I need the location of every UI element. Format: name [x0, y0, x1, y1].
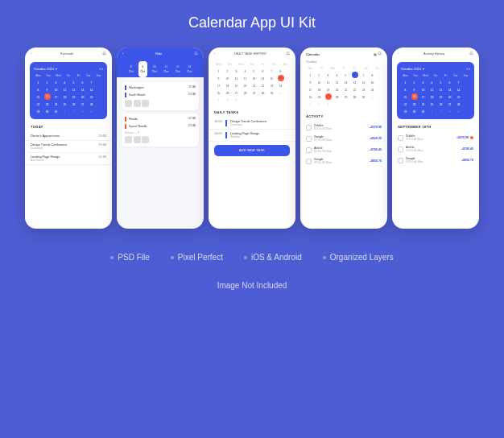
bell-icon[interactable] [378, 52, 382, 56]
calendar-day[interactable]: 1 [306, 72, 315, 79]
calendar-day[interactable]: 5 [250, 68, 258, 75]
calendar-day[interactable]: 16 [368, 79, 377, 86]
calendar-day[interactable]: 11 [232, 75, 241, 82]
calendar-day[interactable]: 9 [214, 75, 223, 82]
calendar-day[interactable]: 27 [232, 89, 241, 97]
calendar-day[interactable]: 5 [436, 79, 445, 86]
calendar-day[interactable]: 18 [223, 82, 232, 89]
calendar-day[interactable]: 28 [454, 101, 463, 108]
calendar-day[interactable]: 6 [78, 79, 87, 86]
calendar-day[interactable]: 30 [43, 108, 52, 115]
day-chip[interactable]: 13Oct [185, 61, 195, 77]
calendar-day[interactable]: 13 [78, 86, 87, 93]
calendar-day[interactable]: 6 [258, 68, 267, 75]
chevron-right-icon[interactable]: › [101, 66, 103, 71]
activity-item[interactable]: Google01 Oct, 06:10am+$560.20 [300, 133, 387, 144]
calendar-day[interactable]: 22 [401, 101, 410, 108]
calendar-day[interactable]: 29 [34, 108, 43, 115]
calendar-day[interactable]: 24 [52, 101, 60, 108]
calendar-day[interactable]: 12 [436, 86, 445, 93]
task-item[interactable]: Doctor's Appointment13:00 [25, 132, 112, 141]
calendar-day[interactable]: 19 [69, 93, 78, 101]
calendar-grid[interactable]: 1234567891011121314151617181920212223242… [306, 72, 382, 108]
calendar-day[interactable]: 6 [445, 79, 454, 86]
calendar-day[interactable]: 11 [324, 79, 333, 86]
calendar-day[interactable]: 3 [223, 97, 232, 104]
calendar-day[interactable]: 2 [223, 68, 232, 75]
calendar-day[interactable]: 14 [350, 79, 359, 86]
chevron-left-icon[interactable]: ‹ [122, 52, 123, 56]
task-item[interactable]: 14:00Landing Page DesignWebsite [209, 130, 295, 142]
activity-item[interactable]: Dribble10 Oct, At 06am+$370.90 [392, 132, 479, 143]
calendar-day[interactable]: 11 [60, 86, 69, 93]
calendar-day[interactable]: 26 [315, 93, 324, 101]
calendar-day[interactable]: 2 [315, 72, 324, 79]
calendar-day[interactable]: 23 [359, 86, 368, 93]
day-strip[interactable]: 8Oct9Oct10Oct11Oct12Oct13Oct [122, 61, 198, 77]
calendar-day[interactable]: 31 [52, 108, 60, 115]
day-chip[interactable]: 11Oct [162, 61, 171, 77]
calendar-day[interactable]: 21 [341, 86, 350, 93]
calendar-day[interactable]: 12 [69, 86, 78, 93]
calendar-day[interactable]: 27 [78, 101, 87, 108]
calendar-day[interactable]: 16 [44, 93, 51, 100]
calendar-grid[interactable]: 1234567891011121314151617181920212223242… [401, 79, 470, 115]
ride-card[interactable]: Washington17:30 South Beach21:30 [122, 82, 199, 110]
calendar-day[interactable]: 12 [241, 75, 250, 82]
calendar-day[interactable]: 9 [410, 86, 419, 93]
calendar-day[interactable]: 2 [306, 101, 315, 108]
calendar-day[interactable]: 2 [436, 108, 445, 115]
calendar-day[interactable]: 24 [368, 86, 377, 93]
calendar-day[interactable]: 12 [333, 79, 341, 86]
chevron-left-icon[interactable]: ‹ [398, 52, 399, 56]
calendar-day[interactable]: 20 [78, 93, 87, 101]
calendar-day[interactable]: 7 [87, 79, 96, 86]
calendar-day[interactable]: 4 [428, 79, 436, 86]
bell-icon[interactable] [469, 52, 473, 56]
day-chip[interactable]: 12Oct [173, 61, 183, 77]
calendar-day[interactable]: 31 [267, 89, 276, 97]
calendar-day[interactable]: 15 [401, 93, 410, 101]
calendar-grid[interactable]: 1234567891011121314151617181920212223242… [214, 68, 290, 104]
task-item[interactable]: Landing Page DesignAdd Taxpire22:30 [25, 153, 112, 165]
calendar-day[interactable]: 31 [419, 108, 428, 115]
calendar-day[interactable]: 26 [223, 89, 232, 97]
calendar-day[interactable]: 8 [276, 68, 285, 75]
calendar-day[interactable]: 4 [87, 108, 96, 115]
calendar-day[interactable]: 3 [445, 108, 454, 115]
calendar-day[interactable]: 25 [214, 89, 223, 97]
calendar-day[interactable]: 10 [419, 86, 428, 93]
checkbox[interactable] [306, 147, 312, 153]
calendar-day[interactable]: 1 [368, 93, 377, 101]
calendar-day[interactable]: 4 [333, 72, 341, 79]
calendar-day[interactable]: 1 [401, 79, 410, 86]
calendar-day[interactable]: 30 [350, 93, 359, 101]
calendar-day[interactable]: 27 [325, 93, 332, 100]
calendar-day[interactable]: 3 [324, 72, 333, 79]
calendar-day[interactable]: 13 [250, 75, 258, 82]
calendar-day[interactable]: 1 [276, 89, 285, 97]
chevron-left-icon[interactable]: ‹ [214, 52, 215, 56]
calendar-day[interactable]: 19 [232, 82, 241, 89]
checkbox[interactable] [398, 158, 403, 163]
calendar-day[interactable]: 25 [60, 101, 69, 108]
calendar-day[interactable]: 18 [428, 93, 436, 101]
calendar-day[interactable]: 10 [315, 79, 324, 86]
calendar-day[interactable]: 29 [250, 89, 258, 97]
calendar-day[interactable]: 22 [34, 101, 43, 108]
checkbox[interactable] [398, 147, 403, 152]
calendar-day[interactable]: 24 [419, 101, 428, 108]
calendar-day[interactable]: 2 [410, 79, 419, 86]
activity-item[interactable]: Google10 Oct, At 06am+$850.70 [392, 155, 479, 166]
calendar-day[interactable]: 14 [454, 86, 463, 93]
task-item[interactable]: 10:00Design Trends ConferenceCauseway [209, 118, 295, 130]
calendar-day[interactable]: 9 [43, 86, 52, 93]
calendar-day[interactable]: 25 [428, 101, 436, 108]
calendar-day[interactable]: 18 [315, 86, 324, 93]
calendar-day[interactable]: 1 [60, 108, 69, 115]
calendar-day[interactable]: 1 [34, 79, 43, 86]
calendar-day[interactable]: 16 [411, 93, 418, 100]
calendar-day[interactable]: 28 [87, 101, 96, 108]
calendar-day[interactable]: 5 [341, 72, 350, 79]
activity-item[interactable]: Airbnb01 Oct, 06:10am+$780.45 [300, 144, 387, 155]
